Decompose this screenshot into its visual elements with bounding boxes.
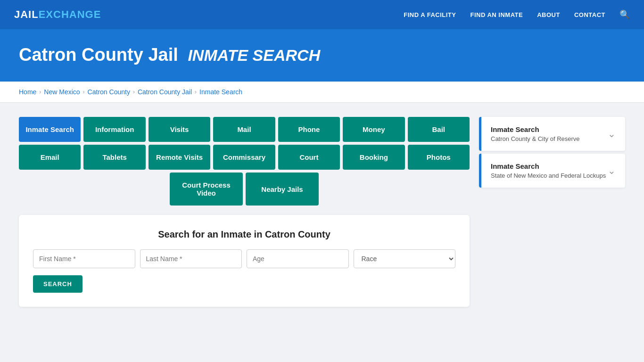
age-input[interactable]	[247, 249, 349, 268]
btn-photos[interactable]: Photos	[408, 145, 470, 170]
first-name-input[interactable]	[33, 249, 135, 268]
nav-row-1: Inmate Search Information Visits Mail Ph…	[19, 117, 470, 142]
search-card: Search for an Inmate in Catron County Ra…	[19, 215, 470, 307]
last-name-input[interactable]	[140, 249, 242, 268]
btn-money[interactable]: Money	[343, 117, 405, 142]
btn-tablets[interactable]: Tablets	[83, 145, 145, 170]
left-panel: Inmate Search Information Visits Mail Ph…	[19, 117, 470, 307]
separator-3: ›	[133, 89, 135, 95]
search-form-row-1: Race White Black Hispanic Asian Other	[33, 249, 455, 268]
btn-mail[interactable]: Mail	[213, 117, 275, 142]
btn-nearby-jails[interactable]: Nearby Jails	[246, 173, 319, 206]
breadcrumb: Home › New Mexico › Catron County › Catr…	[0, 82, 644, 103]
btn-bail[interactable]: Bail	[408, 117, 470, 142]
btn-court[interactable]: Court	[278, 145, 340, 170]
separator-2: ›	[83, 89, 85, 95]
breadcrumb-catron-county[interactable]: Catron County	[88, 88, 130, 96]
breadcrumb-current: Inmate Search	[199, 88, 242, 96]
chevron-down-icon-2: ⌄	[608, 165, 616, 176]
btn-information[interactable]: Information	[83, 117, 145, 142]
right-card-catron-text: Inmate Search Catron County & City of Re…	[491, 125, 580, 142]
logo-exchange: EXCHANGE	[39, 8, 101, 21]
breadcrumb-new-mexico[interactable]: New Mexico	[44, 88, 80, 96]
nav-about[interactable]: ABOUT	[537, 11, 560, 18]
nav-find-inmate[interactable]: FIND AN INMATE	[470, 11, 523, 18]
right-card-catron[interactable]: Inmate Search Catron County & City of Re…	[479, 117, 625, 151]
right-card-catron-subtitle: Catron County & City of Reserve	[491, 135, 580, 142]
hero-title-sub: INMATE SEARCH	[188, 46, 320, 64]
btn-court-process-video[interactable]: Court Process Video	[170, 173, 243, 206]
search-icon[interactable]: 🔍	[619, 9, 630, 20]
nav-links: FIND A FACILITY FIND AN INMATE ABOUT CON…	[404, 9, 630, 20]
btn-email[interactable]: Email	[19, 145, 81, 170]
right-card-nm-text: Inmate Search State of New Mexico and Fe…	[491, 162, 606, 179]
separator-1: ›	[39, 89, 41, 95]
right-card-nm-title: Inmate Search	[491, 162, 606, 170]
navbar: JAIL EXCHANGE FIND A FACILITY FIND AN IN…	[0, 0, 644, 31]
nav-find-facility[interactable]: FIND A FACILITY	[404, 11, 456, 18]
breadcrumb-catron-county-jail[interactable]: Catron County Jail	[138, 88, 192, 96]
logo-jail: JAIL	[14, 8, 39, 21]
nav-buttons: Inmate Search Information Visits Mail Ph…	[19, 117, 470, 206]
race-select[interactable]: Race White Black Hispanic Asian Other	[354, 249, 456, 268]
btn-inmate-search[interactable]: Inmate Search	[19, 117, 81, 142]
separator-4: ›	[195, 89, 197, 95]
chevron-down-icon: ⌄	[608, 128, 616, 140]
nav-row-3: Court Process Video Nearby Jails	[19, 173, 470, 206]
right-card-catron-title: Inmate Search	[491, 125, 580, 133]
hero-title-main: Catron County Jail	[19, 45, 178, 65]
site-logo[interactable]: JAIL EXCHANGE	[14, 8, 101, 21]
btn-visits[interactable]: Visits	[149, 117, 210, 142]
btn-remote-visits[interactable]: Remote Visits	[149, 145, 210, 170]
btn-phone[interactable]: Phone	[278, 117, 340, 142]
search-title: Search for an Inmate in Catron County	[33, 229, 455, 240]
main-content: Inmate Search Information Visits Mail Ph…	[0, 103, 644, 321]
nav-contact[interactable]: CONTACT	[574, 11, 605, 18]
right-card-nm[interactable]: Inmate Search State of New Mexico and Fe…	[479, 154, 625, 188]
right-panel: Inmate Search Catron County & City of Re…	[479, 117, 625, 189]
search-button[interactable]: SEARCH	[33, 275, 83, 293]
btn-commissary[interactable]: Commissary	[213, 145, 275, 170]
hero-section: Catron County Jail INMATE SEARCH	[0, 31, 644, 82]
btn-booking[interactable]: Booking	[343, 145, 405, 170]
nav-row-2: Email Tablets Remote Visits Commissary C…	[19, 145, 470, 170]
page-title: Catron County Jail INMATE SEARCH	[19, 45, 625, 65]
breadcrumb-home[interactable]: Home	[19, 88, 36, 96]
right-card-nm-subtitle: State of New Mexico and Federal Lockups	[491, 172, 606, 179]
